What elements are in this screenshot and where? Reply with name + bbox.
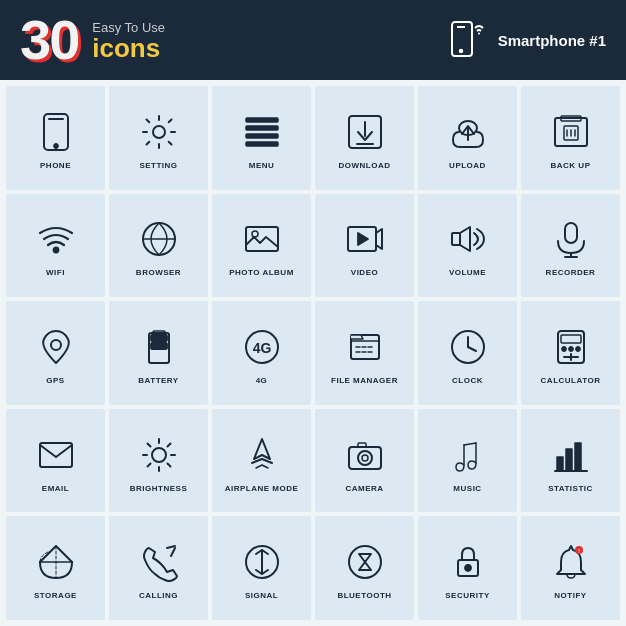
icon-cell-storage[interactable]: STORAGE [6,516,105,620]
svg-rect-9 [246,126,278,130]
svg-point-25 [252,231,258,237]
icon-cell-email[interactable]: EMAIL [6,409,105,513]
svg-point-49 [576,347,580,351]
video-icon [341,215,389,263]
svg-text:4G: 4G [252,340,271,356]
icon-cell-notify[interactable]: !NOTIFY [521,516,620,620]
icon-cell-download[interactable]: DOWNLOAD [315,86,414,190]
bluetooth-icon [341,538,389,586]
menu-icon [238,108,286,156]
svg-point-48 [569,347,573,351]
volume-label: VOLUME [449,268,486,277]
svg-point-3 [478,33,480,35]
wifi-label: WIFI [46,268,65,277]
clock-icon [444,323,492,371]
backup-icon [547,108,595,156]
icon-cell-calculator[interactable]: CALCULATOR [521,301,620,405]
phone-label: PHONE [40,161,71,170]
icon-cell-photo-album[interactable]: PHOTO ALBUM [212,194,311,298]
airplane-mode-label: AIRPLANE MODE [225,484,299,493]
setting-label: SETTING [139,161,177,170]
icon-cell-volume[interactable]: VOLUME [418,194,517,298]
music-icon [444,431,492,479]
svg-rect-70 [557,457,563,471]
svg-line-60 [167,443,170,446]
icon-cell-setting[interactable]: SETTING [109,86,208,190]
svg-point-6 [54,144,58,148]
camera-icon [341,431,389,479]
icon-cell-gps[interactable]: GPS [6,301,105,405]
svg-point-63 [358,451,372,465]
icon-cell-upload[interactable]: UPLOAD [418,86,517,190]
email-label: EMAIL [42,484,69,493]
storage-icon [32,538,80,586]
icon-cell-phone[interactable]: PHONE [6,86,105,190]
icon-cell-security[interactable]: SECURITY [418,516,517,620]
video-label: VIDEO [351,268,378,277]
icon-cell-statistic[interactable]: STATISTIC [521,409,620,513]
calling-icon [135,538,183,586]
signal-label: SIGNAL [245,591,278,600]
file-manager-icon [341,323,389,371]
icon-cell-signal[interactable]: SIGNAL [212,516,311,620]
4g-label: 4G [256,376,268,385]
icon-cell-battery[interactable]: BATTERY [109,301,208,405]
calculator-label: CALCULATOR [541,376,601,385]
icon-cell-backup[interactable]: BACK UP [521,86,620,190]
svg-rect-65 [358,443,366,447]
icon-cell-clock[interactable]: CLOCK [418,301,517,405]
photo-album-icon [238,215,286,263]
upload-icon [444,108,492,156]
browser-icon [135,215,183,263]
airplane-mode-icon [238,431,286,479]
icon-cell-airplane-mode[interactable]: AIRPLANE MODE [212,409,311,513]
icon-cell-wifi[interactable]: WIFI [6,194,105,298]
icon-cell-4g[interactable]: 4G4G [212,301,311,405]
svg-line-68 [464,443,476,445]
icon-cell-calling[interactable]: CALLING [109,516,208,620]
menu-label: MENU [249,161,275,170]
icon-cell-music[interactable]: MUSIC [418,409,517,513]
svg-point-77 [465,565,471,571]
brightness-label: BRIGHTNESS [130,484,187,493]
statistic-label: STATISTIC [548,484,593,493]
backup-label: BACK UP [551,161,591,170]
icon-cell-menu[interactable]: MENU [212,86,311,190]
4g-icon: 4G [238,323,286,371]
calling-label: CALLING [139,591,178,600]
notify-icon: ! [547,538,595,586]
browser-label: BROWSER [136,268,181,277]
icons-label: icons [92,35,165,61]
svg-rect-36 [151,343,167,349]
svg-rect-29 [565,223,577,243]
svg-line-59 [167,463,170,466]
wifi-icon [32,215,80,263]
download-label: DOWNLOAD [339,161,391,170]
number-display: 30 [20,12,78,68]
svg-rect-11 [246,142,278,146]
svg-point-53 [152,448,166,462]
email-icon [32,431,80,479]
brightness-icon [135,431,183,479]
icon-cell-browser[interactable]: BROWSER [109,194,208,298]
signal-icon [238,538,286,586]
svg-point-7 [153,126,165,138]
icon-cell-video[interactable]: VIDEO [315,194,414,298]
header: 30 Easy To Use icons Smartphone #1 [0,0,626,80]
icon-cell-brightness[interactable]: BRIGHTNESS [109,409,208,513]
icon-cell-camera[interactable]: CAMERA [315,409,414,513]
icon-cell-recorder[interactable]: RECORDER [521,194,620,298]
icon-cell-bluetooth[interactable]: BLUETOOTH [315,516,414,620]
icon-cell-file-manager[interactable]: FILE MANAGER [315,301,414,405]
setting-icon [135,108,183,156]
svg-point-64 [362,455,368,461]
svg-line-61 [147,463,150,466]
upload-label: UPLOAD [449,161,486,170]
svg-rect-28 [452,233,460,245]
svg-rect-71 [566,449,572,471]
phone-icon [32,108,80,156]
music-label: MUSIC [453,484,481,493]
recorder-label: RECORDER [546,268,596,277]
recorder-icon [547,215,595,263]
gps-icon [32,323,80,371]
